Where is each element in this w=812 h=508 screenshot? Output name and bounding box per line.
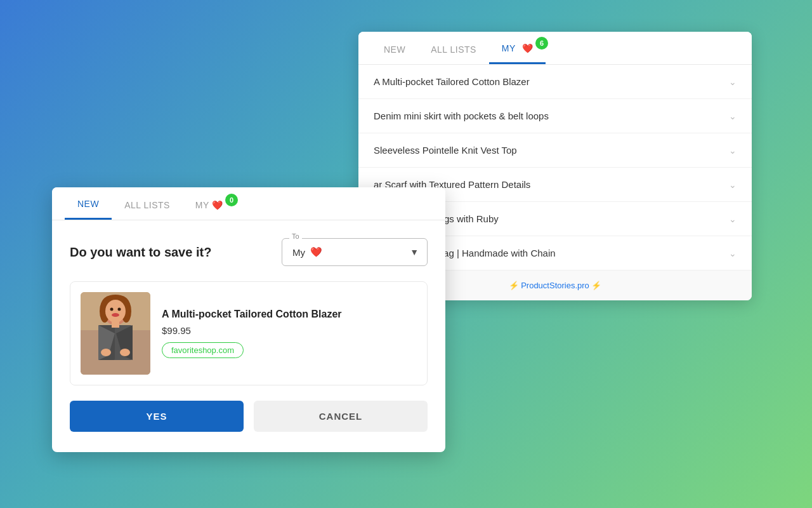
chevron-icon: ⌄ (729, 180, 737, 190)
list-item[interactable]: Denim mini skirt with pockets & belt loo… (358, 99, 752, 133)
dialog-question: Do you want to save it? (70, 245, 266, 260)
back-tab-my-label: MY (502, 43, 516, 53)
front-tab-my[interactable]: MY ❤️ 0 (183, 189, 236, 219)
front-heart-icon: ❤️ (212, 200, 223, 210)
product-stories-link[interactable]: ProductStories.pro (521, 281, 589, 290)
chevron-icon: ⌄ (729, 248, 737, 258)
front-badge: 0 (225, 194, 238, 206)
front-tabs: NEW ALL LISTS MY ❤️ 0 (52, 187, 445, 220)
product-info: A Multi-pocket Tailored Cotton Blazer $9… (162, 309, 417, 358)
product-source: favoriteshop.com (162, 342, 244, 358)
list-item[interactable]: Sleeveless Pointelle Knit Vest Top ⌄ (358, 133, 752, 168)
product-price: $99.95 (162, 325, 417, 336)
product-image (81, 292, 150, 375)
chevron-icon: ⌄ (729, 77, 737, 87)
chevron-icon: ⌄ (729, 111, 737, 121)
dialog-top-row: Do you want to save it? To My ❤️ ▼ (70, 238, 428, 266)
back-tab-all-lists[interactable]: ALL LISTS (418, 33, 489, 64)
svg-rect-12 (112, 321, 119, 328)
select-text: My (292, 247, 305, 258)
back-tab-my[interactable]: MY ❤️ 6 (489, 32, 546, 64)
svg-point-8 (118, 308, 121, 311)
to-select-dropdown[interactable]: My ❤️ ▼ (282, 238, 428, 266)
lightning-icon-left: ⚡ (509, 281, 519, 290)
list-item-text: Sleeveless Pointelle Knit Vest Top (374, 145, 517, 156)
front-tab-new[interactable]: NEW (65, 187, 112, 220)
front-tab-my-label: MY (195, 200, 209, 210)
chevron-down-icon: ▼ (410, 247, 419, 257)
back-badge: 6 (535, 37, 548, 50)
back-tabs: NEW ALL LISTS MY ❤️ 6 (358, 32, 752, 65)
svg-point-16 (120, 349, 130, 356)
svg-point-7 (110, 308, 114, 311)
to-label: To (289, 232, 302, 240)
product-name: A Multi-pocket Tailored Cotton Blazer (162, 309, 417, 320)
dialog-buttons: YES CANCEL (70, 401, 428, 432)
front-panel: NEW ALL LISTS MY ❤️ 0 Do you want to sav… (52, 187, 445, 452)
lightning-icon-right: ⚡ (591, 281, 601, 290)
chevron-icon: ⌄ (729, 214, 737, 224)
svg-point-15 (101, 349, 111, 356)
list-item-text: Denim mini skirt with pockets & belt loo… (374, 110, 549, 121)
yes-button[interactable]: YES (70, 401, 244, 432)
list-item[interactable]: A Multi-pocket Tailored Cotton Blazer ⌄ (358, 65, 752, 99)
list-item-text: A Multi-pocket Tailored Cotton Blazer (374, 76, 530, 87)
dialog-body: Do you want to save it? To My ❤️ ▼ (52, 220, 445, 452)
to-select-wrapper: To My ❤️ ▼ (282, 238, 428, 266)
product-card: A Multi-pocket Tailored Cotton Blazer $9… (70, 281, 428, 385)
chevron-icon: ⌄ (729, 145, 737, 156)
front-tab-all-lists[interactable]: ALL LISTS (112, 189, 183, 219)
back-heart-icon: ❤️ (522, 43, 534, 53)
back-tab-new[interactable]: NEW (371, 33, 418, 64)
cancel-button[interactable]: CANCEL (254, 401, 428, 432)
svg-point-6 (105, 300, 126, 323)
select-heart-icon: ❤️ (310, 246, 322, 258)
svg-point-9 (112, 313, 119, 317)
